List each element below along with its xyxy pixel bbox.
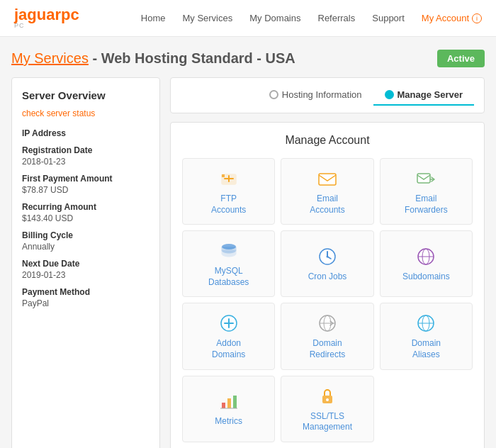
email-forwarders-label: EmailForwarders: [405, 194, 448, 215]
check-server-status-link[interactable]: check server status: [22, 108, 150, 118]
globe-icon: [269, 90, 278, 99]
svg-point-8: [326, 255, 328, 257]
domain-redirects-icon: [316, 312, 339, 335]
sidebar-label-ip: IP Address: [22, 128, 150, 138]
domain-redirects-label: DomainRedirects: [310, 338, 346, 360]
sidebar-field-payment-method: Payment Method PayPal: [22, 287, 150, 308]
nav-support[interactable]: Support: [372, 13, 405, 23]
sidebar: Server Overview check server status IP A…: [11, 77, 160, 448]
sidebar-field-billing-cycle: Billing Cycle Annually: [22, 230, 150, 252]
cron-jobs-label: Cron Jobs: [308, 271, 347, 283]
metrics-icon: [218, 390, 240, 413]
circle-icon: i: [472, 13, 482, 23]
page-header: My Services - Web Hosting Standard - USA…: [11, 50, 485, 67]
metrics-label: Metrics: [215, 416, 242, 427]
nav-my-account[interactable]: My Account i: [422, 13, 482, 23]
cron-jobs-item[interactable]: Cron Jobs: [281, 230, 373, 297]
tabs-bar: Hosting Information Manage Server: [170, 77, 485, 113]
ssl-tls-icon: [316, 385, 339, 408]
svg-rect-2: [417, 174, 430, 183]
sidebar-label-recurring: Recurring Amount: [22, 202, 150, 212]
sidebar-field-ip: IP Address: [22, 128, 150, 138]
manage-account-title: Manage Account: [182, 134, 473, 147]
status-badge: Active: [437, 50, 485, 67]
content-area: Hosting Information Manage Server Manage…: [170, 77, 485, 448]
ssl-tls-label: SSL/TLSManagement: [303, 411, 352, 433]
cron-jobs-icon: [316, 245, 339, 268]
email-accounts-label: EmailAccounts: [310, 194, 344, 215]
sidebar-label-reg-date: Registration Date: [22, 145, 150, 155]
mysql-icon: [218, 240, 240, 262]
sidebar-label-next-due: Next Due Date: [22, 259, 150, 269]
subdomains-label: Subdomains: [402, 271, 450, 283]
addon-domains-label: AddonDomains: [212, 338, 245, 360]
tab-hosting-information[interactable]: Hosting Information: [258, 85, 373, 106]
sidebar-field-first-payment: First Payment Amount $78.87 USD: [22, 174, 150, 195]
domain-redirects-item[interactable]: DomainRedirects: [281, 303, 373, 369]
metrics-item[interactable]: Metrics: [182, 376, 275, 442]
sidebar-title: Server Overview: [22, 89, 150, 101]
nav-links: Home My Services My Domains Referrals Su…: [141, 13, 482, 23]
sidebar-value-reg-date: 2018-01-23: [22, 157, 65, 167]
mysql-databases-item[interactable]: MySQLDatabases: [182, 230, 275, 297]
ssl-tls-item[interactable]: SSL/TLSManagement: [281, 376, 373, 442]
addon-domains-item[interactable]: AddonDomains: [182, 303, 275, 369]
sidebar-value-billing-cycle: Annually: [22, 242, 55, 252]
mysql-databases-label: MySQLDatabases: [208, 266, 249, 288]
page: My Services - Web Hosting Standard - USA…: [0, 37, 496, 448]
sidebar-field-reg-date: Registration Date 2018-01-23: [22, 145, 150, 167]
sidebar-label-payment-method: Payment Method: [22, 287, 150, 297]
sidebar-field-recurring: Recurring Amount $143.40 USD: [22, 202, 150, 223]
nav-referrals[interactable]: Referrals: [318, 13, 356, 23]
email-forwarders-icon: [415, 167, 437, 190]
sidebar-value-next-due: 2019-01-23: [22, 270, 65, 280]
email-forwarders-item[interactable]: EmailForwarders: [380, 158, 473, 225]
nav-my-services[interactable]: My Services: [182, 13, 232, 23]
navbar: jaguarpc PC Home My Services My Domains …: [0, 0, 496, 37]
server-icon: [385, 90, 394, 99]
ftp-accounts-item[interactable]: FTPAccounts: [182, 158, 275, 225]
addon-domains-icon: [218, 312, 240, 335]
logo-sub: PC: [14, 23, 79, 29]
svg-rect-21: [222, 403, 225, 408]
logo: jaguarpc PC: [14, 7, 79, 29]
subdomains-icon: [415, 245, 437, 268]
sidebar-value-recurring: $143.40 USD: [22, 213, 73, 223]
sidebar-label-billing-cycle: Billing Cycle: [22, 230, 150, 240]
svg-point-26: [326, 398, 329, 401]
my-services-link[interactable]: My Services: [11, 50, 89, 66]
tab-manage-server[interactable]: Manage Server: [373, 85, 475, 106]
main-layout: Server Overview check server status IP A…: [11, 77, 485, 448]
domain-aliases-item[interactable]: DomainAliases: [380, 303, 473, 369]
sidebar-value-payment-method: PayPal: [22, 298, 49, 308]
domain-aliases-label: DomainAliases: [412, 338, 441, 360]
svg-rect-22: [227, 398, 231, 408]
ftp-accounts-label: FTPAccounts: [211, 194, 246, 215]
manage-account-panel: Manage Account FTPAccounts E: [170, 122, 485, 448]
manage-account-grid: FTPAccounts EmailAccounts: [182, 158, 473, 442]
nav-home[interactable]: Home: [141, 13, 166, 23]
svg-rect-23: [233, 396, 237, 408]
email-accounts-icon: [316, 167, 339, 190]
ftp-icon: [218, 167, 240, 190]
email-accounts-item[interactable]: EmailAccounts: [281, 158, 373, 225]
sidebar-field-next-due: Next Due Date 2019-01-23: [22, 259, 150, 280]
svg-rect-1: [319, 174, 336, 185]
domain-aliases-icon: [415, 312, 437, 335]
subdomains-item[interactable]: Subdomains: [380, 230, 473, 297]
page-title: My Services - Web Hosting Standard - USA: [11, 50, 295, 67]
nav-my-domains[interactable]: My Domains: [249, 13, 300, 23]
sidebar-value-first-payment: $78.87 USD: [22, 185, 68, 195]
sidebar-label-first-payment: First Payment Amount: [22, 174, 150, 184]
logo-text: jaguarpc: [14, 7, 79, 23]
